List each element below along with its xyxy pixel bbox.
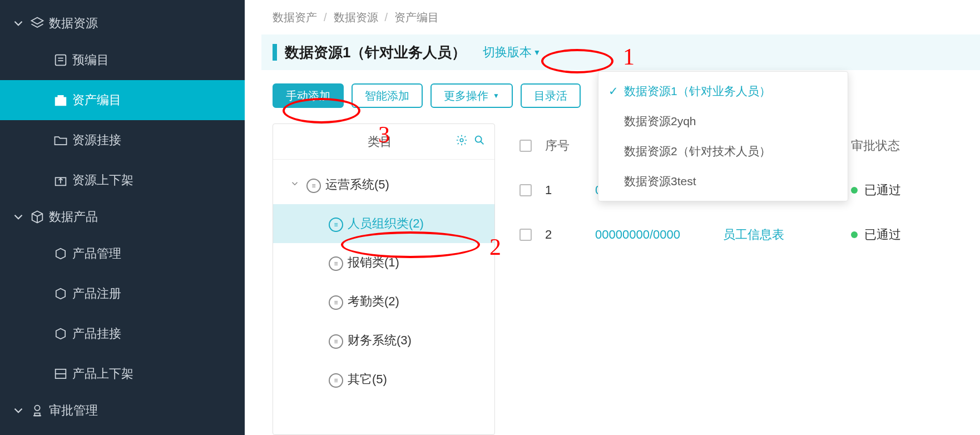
- sidebar-item-asset-catalog[interactable]: 资产编目: [0, 80, 245, 120]
- status-text: 已通过: [864, 226, 901, 243]
- status-dot-icon: [851, 231, 858, 238]
- tree-node-label: 人员组织类(2): [348, 215, 424, 232]
- tree-header: 类目: [273, 124, 494, 160]
- cube-plus-icon: [49, 286, 72, 301]
- catalog-icon: [49, 92, 72, 108]
- dropdown-option[interactable]: ✓ 数据资源1（针对业务人员）: [598, 76, 848, 106]
- list-circle-icon: ≡: [329, 333, 348, 349]
- tree-node[interactable]: ≡ 运营系统(5): [273, 165, 494, 204]
- cell-status: 已通过: [851, 182, 934, 199]
- option-label: 数据资源3test: [624, 174, 696, 189]
- smart-add-button[interactable]: 智能添加: [352, 83, 423, 108]
- cube-link-icon: [49, 326, 72, 342]
- list-doc-icon: [49, 52, 72, 68]
- shelf-icon: [49, 366, 72, 382]
- select-all-checkbox[interactable]: [519, 140, 532, 152]
- cell-index: 2: [545, 228, 595, 242]
- breadcrumb-item[interactable]: 数据资产: [273, 10, 317, 25]
- button-label: 手动添加: [286, 88, 330, 103]
- cell-code-link[interactable]: 00000000/0000: [595, 228, 723, 242]
- svg-marker-0: [32, 18, 43, 24]
- tree-node-label: 考勤类(2): [348, 293, 399, 310]
- dropdown-option[interactable]: 数据资源3test: [598, 166, 848, 196]
- manual-add-button[interactable]: 手动添加: [273, 83, 344, 108]
- category-tree-panel: 类目 ≡: [273, 123, 495, 435]
- tree-node[interactable]: ≡ 其它(5): [273, 360, 494, 399]
- row-checkbox[interactable]: [519, 184, 532, 196]
- tree-body: ≡ 运营系统(5) ≡ 人员组织类(2) ≡ 报销类(1): [273, 160, 494, 404]
- svg-rect-1: [56, 55, 66, 66]
- caret-down-icon: ▼: [533, 48, 541, 57]
- dir-action-button[interactable]: 目录活: [521, 83, 581, 108]
- gear-icon[interactable]: [456, 134, 468, 150]
- sidebar-item-label: 资源上下架: [72, 172, 133, 189]
- col-header-index: 序号: [545, 137, 595, 154]
- chevron-down-icon[interactable]: [290, 177, 306, 192]
- sidebar-item-label: 产品上下架: [72, 365, 133, 382]
- cell-index: 1: [545, 183, 595, 197]
- caret-down-icon: ▼: [493, 92, 499, 100]
- check-icon: ✓: [608, 85, 624, 98]
- option-label: 数据资源1（针对业务人员）: [624, 83, 771, 99]
- stamp-icon: [26, 403, 49, 418]
- switch-version-link[interactable]: 切换版本 ▼: [483, 44, 541, 61]
- svg-line-12: [481, 141, 483, 144]
- sidebar-item-label: 资产编目: [72, 92, 121, 108]
- sidebar-item-product-manage[interactable]: 产品管理: [0, 234, 245, 274]
- switch-version-label: 切换版本: [483, 44, 532, 61]
- tree-node[interactable]: ≡ 财务系统(3): [273, 321, 494, 360]
- dropdown-option[interactable]: 数据资源2（针对技术人员）: [598, 136, 848, 166]
- breadcrumb-sep: /: [324, 11, 327, 24]
- list-circle-icon: ≡: [329, 255, 348, 271]
- page-title-bar: 数据资源1（针对业务人员） 切换版本 ▼: [261, 34, 980, 70]
- search-icon[interactable]: [473, 134, 486, 150]
- list-circle-icon: ≡: [306, 177, 325, 193]
- status-text: 已通过: [864, 182, 901, 199]
- chevron-down-icon: [11, 209, 26, 225]
- row-checkbox[interactable]: [519, 229, 532, 241]
- status-dot-icon: [851, 187, 858, 194]
- col-header-status: 审批状态: [851, 137, 934, 154]
- list-circle-icon: ≡: [329, 294, 348, 310]
- tree-node[interactable]: ≡ 人员组织类(2): [273, 204, 494, 243]
- tree-title: 类目: [282, 134, 456, 150]
- sidebar-item-product-link[interactable]: 产品挂接: [0, 314, 245, 354]
- sidebar-item-resource-shelf[interactable]: 资源上下架: [0, 160, 245, 200]
- tree-node-label: 运营系统(5): [325, 176, 389, 193]
- breadcrumb: 数据资产 / 数据资源 / 资产编目: [245, 0, 980, 34]
- main-panel: 数据资产 / 数据资源 / 资产编目 数据资源1（针对业务人员） 切换版本 ▼ …: [245, 0, 980, 435]
- sidebar-group-data-resource[interactable]: 数据资源: [0, 7, 245, 40]
- sidebar-item-label: 产品管理: [72, 245, 121, 262]
- tree-node-label: 报销类(1): [348, 254, 399, 271]
- cell-name-link[interactable]: 员工信息表: [723, 226, 851, 243]
- cube-stack-icon: [26, 209, 49, 225]
- svg-point-9: [34, 406, 39, 411]
- tree-node[interactable]: ≡ 报销类(1): [273, 243, 494, 282]
- list-circle-icon: ≡: [329, 372, 348, 388]
- sidebar-item-resource-link[interactable]: 资源挂接: [0, 120, 245, 160]
- sidebar-item-product-shelf[interactable]: 产品上下架: [0, 354, 245, 394]
- more-ops-button[interactable]: 更多操作 ▼: [430, 83, 513, 108]
- title-accent-bar: [273, 44, 277, 61]
- sidebar-item-pre-catalog[interactable]: 预编目: [0, 40, 245, 80]
- breadcrumb-item[interactable]: 资产编目: [394, 10, 439, 25]
- breadcrumb-sep: /: [385, 11, 388, 24]
- page-title: 数据资源1（针对业务人员）: [285, 43, 466, 62]
- button-label: 智能添加: [365, 88, 409, 103]
- sidebar-group-label: 数据产品: [49, 209, 98, 225]
- breadcrumb-item[interactable]: 数据资源: [334, 10, 378, 25]
- list-circle-icon: ≡: [329, 216, 348, 232]
- upload-box-icon: [49, 172, 72, 188]
- chevron-down-icon: [11, 403, 26, 418]
- version-dropdown[interactable]: ✓ 数据资源1（针对业务人员） 数据资源2yqh 数据资源2（针对技术人员） 数…: [598, 71, 848, 201]
- tree-node-label: 其它(5): [348, 371, 387, 388]
- svg-point-10: [460, 139, 463, 142]
- sidebar-item-product-register[interactable]: 产品注册: [0, 274, 245, 314]
- option-label: 数据资源2yqh: [624, 113, 696, 129]
- sidebar: 数据资源 预编目 资产编目 资源挂接 资源上下架 数据产品: [0, 0, 245, 435]
- table-row[interactable]: 2 00000000/0000 员工信息表 已通过: [506, 212, 980, 257]
- sidebar-group-approval[interactable]: 审批管理: [0, 394, 245, 427]
- sidebar-group-data-product[interactable]: 数据产品: [0, 200, 245, 234]
- tree-node[interactable]: ≡ 考勤类(2): [273, 282, 494, 321]
- dropdown-option[interactable]: 数据资源2yqh: [598, 106, 848, 136]
